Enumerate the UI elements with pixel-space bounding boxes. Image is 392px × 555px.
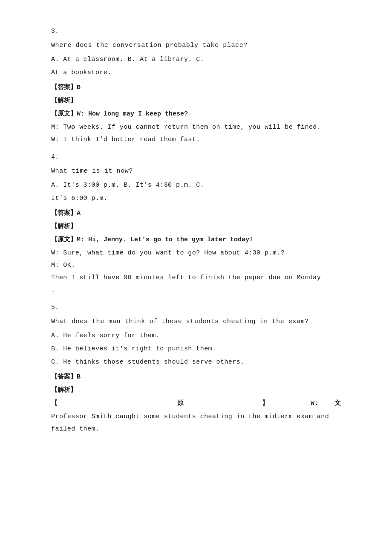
answer-brackets-4: 【答案】: [51, 210, 77, 217]
original-open-bracket-5: 【: [51, 398, 58, 409]
analysis-label-5: 【解析】: [51, 384, 341, 396]
dialogue-4-4: .: [51, 284, 341, 296]
answer-brackets-3: 【答案】: [51, 84, 77, 91]
dialogue-3-2: W: I think I'd better read them fast.: [51, 134, 341, 145]
answer-value-5: B: [77, 373, 81, 381]
original-text-4: 【原文】: [51, 236, 77, 243]
original-label-4: 【原文】M: Hi, Jenny. Let's go to the gym la…: [51, 234, 341, 246]
options-line1-4: A. It's 3:00 p.m. B. It's 4:30 p.m. C.: [51, 179, 341, 191]
question-text-5: What does the man think of those student…: [51, 316, 341, 327]
dialogue-5-1: failed them.: [51, 423, 341, 435]
original-spaces-5: 原 文: [58, 398, 262, 409]
section-3: 3. Where does the conversation probably …: [51, 26, 341, 145]
page-content: 3. Where does the conversation probably …: [51, 26, 341, 435]
dialogue-4-1: W: Sure, what time do you want to go? Ho…: [51, 247, 341, 259]
question-number-4: 4.: [51, 151, 341, 163]
dialogue-4-0: M: Hi, Jenny. Let's go to the gym later …: [77, 236, 253, 243]
options-line2-3: At a bookstore.: [51, 67, 341, 78]
original-text-3: 【原文】: [51, 110, 77, 118]
options-line2-4: It's 6:00 p.m.: [51, 193, 341, 204]
answer-label-4: 【答案】A: [51, 208, 341, 219]
section-5: 5. What does the man think of those stud…: [51, 302, 341, 435]
original-label-5: 【 原 文 】 W:: [51, 398, 341, 409]
options-line1-3: A. At a classroom. B. At a library. C.: [51, 54, 341, 65]
dialogue-3-0: W: How long may I keep these?: [77, 110, 188, 118]
answer-value-3: B: [77, 84, 81, 91]
options-line2-5: B. He believes it's right to punish them…: [51, 343, 341, 355]
dialogue-5-0: Professor Smith caught some students che…: [51, 411, 341, 422]
answer-label-3: 【答案】B: [51, 82, 341, 93]
answer-label-5: 【答案】B: [51, 371, 341, 383]
question-number-5: 5.: [51, 302, 341, 313]
dialogue-4-3: Then I still have 90 minutes left to fin…: [51, 272, 341, 283]
question-text-4: What time is it now?: [51, 165, 341, 177]
question-number-3: 3.: [51, 26, 341, 37]
answer-brackets-5: 【答案】: [51, 373, 77, 381]
original-speaker-5: W:: [268, 398, 318, 409]
options-line1-5: A. He feels sorry for them.: [51, 330, 341, 341]
dialogue-4-2: M: OK.: [51, 260, 341, 271]
dialogue-3-1: M: Two weeks. If you cannot return them …: [51, 121, 341, 133]
question-text-3: Where does the conversation probably tak…: [51, 40, 341, 51]
options-line3-5: C. He thinks those students should serve…: [51, 356, 341, 368]
section-4: 4. What time is it now? A. It's 3:00 p.m…: [51, 151, 341, 296]
original-label-3: 【原文】W: How long may I keep these?: [51, 108, 341, 120]
original-close-bracket-5: 】: [262, 398, 268, 409]
answer-value-4: A: [77, 210, 81, 217]
analysis-label-4: 【解析】: [51, 221, 341, 232]
analysis-label-3: 【解析】: [51, 95, 341, 107]
